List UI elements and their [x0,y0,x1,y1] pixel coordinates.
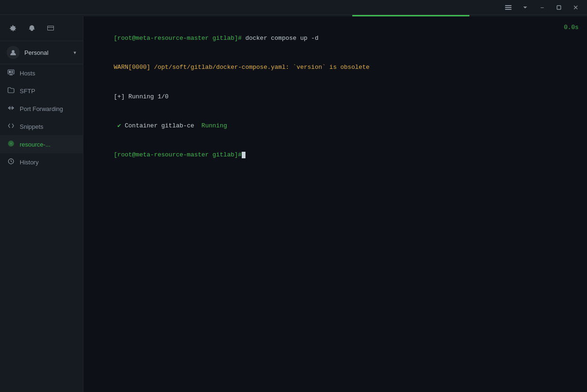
chevron-down-button[interactable] [518,1,533,14]
sidebar-top-bar [0,16,83,41]
sidebar-item-hosts-label: Hosts [20,70,35,77]
svg-rect-1 [505,7,512,8]
sidebar-item-snippets[interactable]: Snippets [0,118,83,135]
port-forwarding-icon [7,104,15,113]
svg-rect-0 [505,5,512,6]
chevron-down-icon: ▾ [74,50,76,56]
terminal-time: 0.0s [564,24,579,31]
terminal-cmd-1: docker compose up -d [242,35,319,42]
titlebar: − ✕ [0,0,587,15]
sidebar-item-history[interactable]: History [0,153,83,171]
svg-rect-7 [11,71,13,72]
minimize-button[interactable]: − [535,1,550,14]
sidebar-item-port-forwarding-label: Port Forwarding [20,105,63,112]
svg-rect-6 [9,71,11,73]
sidebar-item-resource-label: resource-... [20,141,51,148]
sidebar: Personal ▾ Hosts [0,16,83,392]
snippets-icon [7,122,15,131]
terminal-prompt-2: [root@meta-resource-master gitlab]# [114,151,242,158]
terminal-line-5: [root@meta-resource-master gitlab]# [92,141,579,170]
resource-icon [7,140,15,148]
inbox-icon-button[interactable] [44,22,57,35]
terminal-line-3: [+] Running 1/0 [92,82,579,111]
sidebar-toggle-button[interactable] [501,1,516,14]
sftp-icon [7,87,15,95]
sidebar-item-snippets-label: Snippets [20,123,44,130]
terminal-container-name: Container gitlab-ce [121,122,194,129]
sidebar-item-port-forwarding[interactable]: Port Forwarding [0,100,83,118]
terminal-running-text: [+] Running 1/0 [114,93,169,100]
terminal-prompt-1: [root@meta-resource-master gitlab]# [114,35,242,42]
terminal-container-status: Running [194,122,227,129]
terminal-line-1: [root@meta-resource-master gitlab]# dock… [92,24,579,53]
svg-rect-5 [8,70,14,74]
main-container: Personal ▾ Hosts [0,16,587,392]
sidebar-item-sftp-label: SFTP [20,88,35,95]
personal-section[interactable]: Personal ▾ [0,41,83,64]
svg-rect-2 [505,9,512,10]
notification-icon-button[interactable] [25,22,38,35]
svg-rect-8 [11,72,13,73]
sidebar-item-resource[interactable]: resource-... [0,135,83,153]
terminal-warn-text: WARN[0000] /opt/soft/gitlab/docker-compo… [114,64,370,71]
terminal-line-4: ✔ Container gitlab-ce Running [92,111,579,141]
svg-rect-3 [557,6,561,9]
settings-icon-button[interactable] [7,22,20,35]
personal-label: Personal [24,49,69,56]
sidebar-item-hosts[interactable]: Hosts [0,64,83,82]
sidebar-item-sftp[interactable]: SFTP [0,82,83,100]
history-icon [7,158,15,166]
terminal-line-2: WARN[0000] /opt/soft/gitlab/docker-compo… [92,53,579,82]
terminal-area[interactable]: 0.0s [root@meta-resource-master gitlab]#… [83,16,587,392]
terminal-check-icon: ✔ [114,122,121,129]
hosts-icon [7,69,15,77]
sidebar-item-history-label: History [20,159,38,166]
terminal-cursor [242,152,245,158]
restore-button[interactable] [551,1,566,14]
svg-point-11 [10,143,12,144]
close-button[interactable]: ✕ [568,1,583,14]
avatar [7,46,20,59]
